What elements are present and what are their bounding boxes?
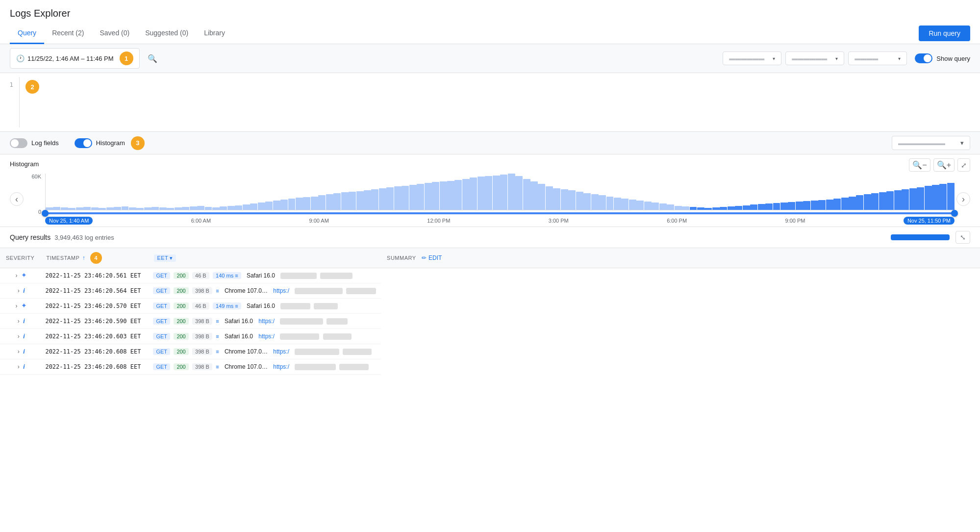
histogram-bar bbox=[318, 195, 326, 210]
histogram-bar bbox=[621, 199, 628, 210]
histogram-bar bbox=[833, 199, 841, 210]
histogram-bar bbox=[576, 192, 583, 210]
cell-summary: GET 200 398 B ≡ Safari 16.0 https:/ bbox=[148, 314, 381, 329]
method-badge: GET bbox=[153, 287, 170, 294]
results-action-button[interactable] bbox=[891, 234, 950, 240]
histogram-bar bbox=[432, 182, 439, 210]
histogram-bar bbox=[894, 190, 902, 210]
cell-timestamp: 2022-11-25 23:46:20.608 EET bbox=[40, 344, 148, 359]
histogram-nav-left[interactable]: ‹ bbox=[10, 192, 24, 206]
histogram-bar bbox=[68, 208, 75, 210]
tabs-bar: Query Recent (2) Saved (0) Suggested (0)… bbox=[0, 23, 980, 44]
pencil-icon: ✏ bbox=[422, 254, 427, 261]
clock-icon: 🕐 bbox=[16, 54, 25, 62]
search-icon-button[interactable]: 🔍 bbox=[144, 52, 161, 65]
histogram-toggle[interactable] bbox=[75, 138, 92, 148]
blurred-cell-2 bbox=[346, 288, 376, 294]
filter-icon[interactable]: ≡ bbox=[235, 273, 238, 279]
latency-badge: 140 ms ≡ bbox=[213, 272, 241, 279]
datetime-picker-button[interactable]: 🕐 11/25/22, 1:46 AM – 11:46 PM 1 bbox=[10, 48, 140, 69]
cell-timestamp: 2022-11-25 23:46:20.564 EET bbox=[40, 283, 148, 299]
expand-row-button[interactable]: › bbox=[16, 347, 22, 356]
expand-row-button[interactable]: › bbox=[16, 362, 22, 371]
size-badge: 398 B bbox=[192, 318, 212, 325]
expand-histogram-button[interactable]: ⤢ bbox=[957, 158, 970, 172]
tab-library[interactable]: Library bbox=[196, 23, 233, 44]
dropdown-1[interactable]: ▬▬▬▬▬▬ ▾ bbox=[723, 51, 781, 65]
filter-icon[interactable]: ≡ bbox=[216, 364, 219, 370]
expand-row-button[interactable]: › bbox=[14, 302, 20, 310]
chevron-down-icon-3: ▾ bbox=[898, 56, 901, 61]
table-row: › ✦ 2022-11-25 23:46:20.561 EET GET 200 … bbox=[0, 268, 980, 283]
histogram-bar bbox=[61, 207, 68, 210]
histogram-bar bbox=[333, 193, 341, 210]
filter-icon[interactable]: ≡ bbox=[216, 333, 219, 339]
sort-up-icon: ↑ bbox=[82, 254, 86, 261]
blurred-cell bbox=[295, 288, 342, 294]
tab-saved[interactable]: Saved (0) bbox=[92, 23, 137, 44]
run-query-button[interactable]: Run query bbox=[919, 25, 970, 41]
histogram-bar bbox=[728, 206, 735, 210]
url-text: https:/ bbox=[258, 318, 275, 325]
expand-row-button[interactable]: › bbox=[16, 286, 22, 295]
cell-expand: › i bbox=[0, 344, 40, 359]
status-badge: 200 bbox=[174, 363, 188, 370]
datetime-value: 11/25/22, 1:46 AM – 11:46 PM bbox=[27, 55, 114, 62]
method-badge: GET bbox=[153, 272, 170, 279]
cell-expand: › i bbox=[0, 314, 40, 329]
histogram-bar bbox=[425, 183, 432, 210]
histogram-bar bbox=[83, 207, 91, 210]
browser-text: Safari 16.0 bbox=[247, 272, 275, 279]
filter-icon[interactable]: ≡ bbox=[235, 303, 238, 309]
histogram-bar bbox=[243, 204, 250, 210]
histogram-bar bbox=[788, 202, 795, 210]
eet-header-badge[interactable]: EET ▾ bbox=[154, 254, 176, 262]
tab-query[interactable]: Query bbox=[10, 23, 44, 44]
slider-thumb-right[interactable] bbox=[951, 210, 958, 217]
histogram-bar bbox=[659, 203, 667, 210]
histogram-bar bbox=[864, 194, 871, 210]
zoom-in-button[interactable]: 🔍+ bbox=[933, 158, 955, 172]
filter-icon[interactable]: ≡ bbox=[216, 318, 219, 324]
histogram-bar bbox=[599, 195, 606, 210]
log-fields-toggle[interactable] bbox=[10, 138, 27, 148]
url-text: https:/ bbox=[273, 363, 289, 370]
expand-row-button[interactable]: › bbox=[14, 271, 20, 280]
bottom-controls: Log fields Histogram 3 ▬▬▬▬▬▬▬▬ ▾ bbox=[0, 132, 980, 154]
col-timestamp: TIMESTAMP ↑ 4 bbox=[40, 248, 148, 268]
filter-icon[interactable]: ≡ bbox=[216, 349, 219, 355]
cell-summary: GET 200 398 B ≡ Chrome 107.0… https:/ bbox=[148, 283, 381, 299]
histogram-bar bbox=[606, 197, 614, 210]
expand-results-button[interactable]: ⤡ bbox=[955, 231, 970, 244]
histogram-nav-right[interactable]: › bbox=[956, 192, 970, 206]
histogram-label: Histogram bbox=[96, 139, 125, 147]
blurred-cell bbox=[280, 303, 310, 309]
expand-row-button[interactable]: › bbox=[16, 317, 22, 326]
histogram-bar bbox=[796, 202, 803, 210]
histogram-bar bbox=[652, 203, 659, 210]
filter-icon[interactable]: ≡ bbox=[216, 288, 219, 294]
dropdown-2[interactable]: ▬▬▬▬▬▬ ▾ bbox=[785, 51, 844, 65]
edit-summary-button[interactable]: ✏ EDIT bbox=[422, 254, 442, 261]
url-text: https:/ bbox=[273, 287, 289, 294]
blurred-cell-2 bbox=[323, 333, 352, 340]
log-table-container: SEVERITY TIMESTAMP ↑ 4 EET ▾ SUMMARY bbox=[0, 248, 980, 375]
step-badge-4: 4 bbox=[90, 252, 102, 264]
zoom-out-button[interactable]: 🔍− bbox=[909, 158, 930, 172]
bottom-filter-dropdown[interactable]: ▬▬▬▬▬▬▬▬ ▾ bbox=[892, 136, 970, 150]
end-time-marker: Nov 25, 11:50 PM bbox=[904, 217, 955, 225]
histogram-bar bbox=[341, 192, 349, 210]
app-title: Logs Explorer bbox=[0, 0, 980, 23]
blurred-cell bbox=[280, 318, 323, 325]
editor-content-area[interactable] bbox=[20, 77, 980, 127]
histogram-bar bbox=[493, 176, 500, 210]
tab-recent[interactable]: Recent (2) bbox=[44, 23, 92, 44]
dropdown-3[interactable]: ▬▬▬▬ ▾ bbox=[848, 51, 907, 65]
tab-suggested[interactable]: Suggested (0) bbox=[137, 23, 196, 44]
blurred-cell bbox=[280, 333, 319, 340]
histogram-bar bbox=[811, 201, 818, 210]
table-row: › i 2022-11-25 23:46:20.608 EET GET 200 … bbox=[0, 359, 980, 375]
log-fields-toggle-group: Log fields bbox=[10, 138, 59, 148]
show-query-toggle[interactable] bbox=[915, 53, 932, 63]
expand-row-button[interactable]: › bbox=[16, 332, 22, 341]
